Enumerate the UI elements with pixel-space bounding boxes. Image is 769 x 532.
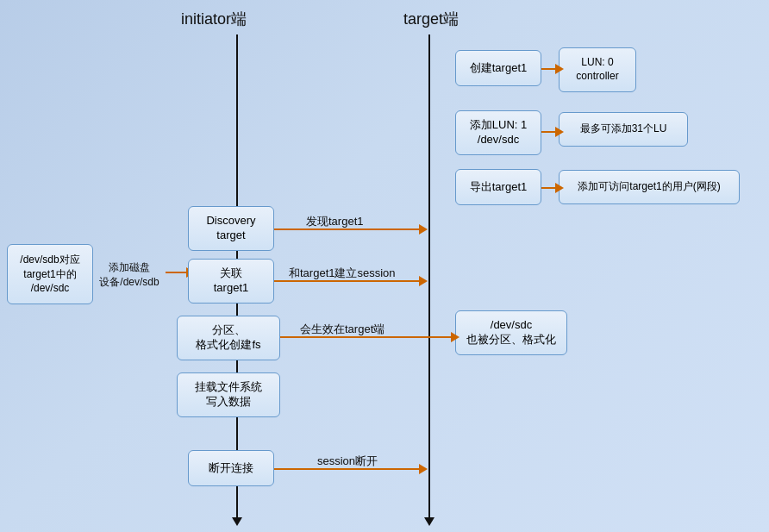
lun0-box: LUN: 0controller xyxy=(559,47,636,92)
target-vline xyxy=(428,34,430,519)
export-to-adduser-arrow xyxy=(541,187,557,189)
discovery-target-box: Discoverytarget xyxy=(188,206,274,251)
connect-target-box: 关联target1 xyxy=(188,259,274,304)
export-target-box: 导出target1 xyxy=(455,169,541,205)
disconnect-label: session断开 xyxy=(317,454,378,469)
max-lu-box: 最多可添加31个LU xyxy=(559,112,688,147)
effect-label: 会生效在target端 xyxy=(300,322,384,337)
add-lun-box: 添加LUN: 1/dev/sdc xyxy=(455,110,541,155)
create-target-box: 创建target1 xyxy=(455,50,541,86)
partition-box: 分区、格式化创建fs xyxy=(177,316,280,360)
initiator-header: initiator端 xyxy=(181,9,247,29)
left-to-discovery-arrow xyxy=(166,272,188,273)
add-disk-label: 添加磁盘设备/dev/sdb xyxy=(95,260,164,290)
addlun-to-maxlu-arrow xyxy=(541,131,557,133)
create-to-lun0-arrow xyxy=(541,68,557,70)
discover-label: 发现target1 xyxy=(306,214,363,229)
left-device-label: /dev/sdb对应target1中的/dev/sdc xyxy=(7,244,93,304)
add-user-box: 添加可访问target1的用户(网段) xyxy=(559,170,740,204)
disconnect-box: 断开连接 xyxy=(188,450,274,486)
devsdc-box: /dev/sdc也被分区、格式化 xyxy=(455,310,567,355)
session-label: 和target1建立session xyxy=(289,266,396,281)
mount-box: 挂载文件系统写入数据 xyxy=(177,372,280,417)
diagram-container: initiator端 target端 /dev/sdb对应target1中的/d… xyxy=(0,0,769,532)
target-header: target端 xyxy=(403,9,459,29)
